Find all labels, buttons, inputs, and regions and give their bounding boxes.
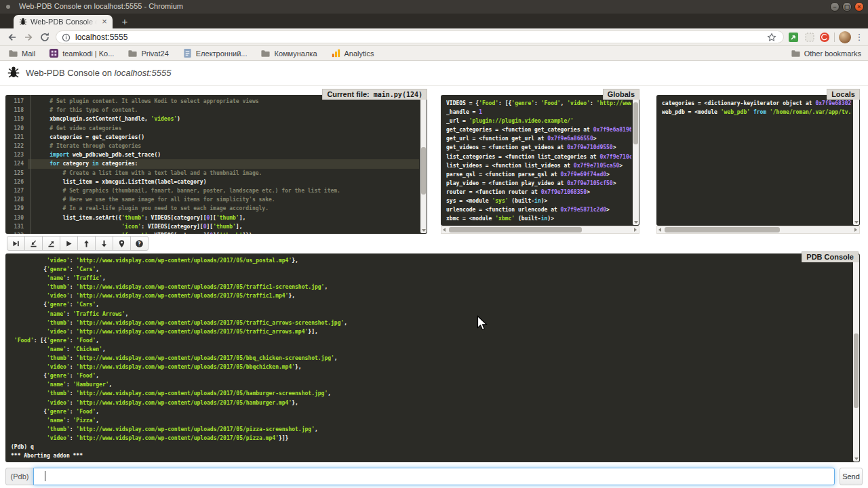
globals-scroll-thumb[interactable]: [633, 102, 638, 144]
console-scroll-thumb[interactable]: [854, 333, 859, 408]
line-number: 122: [5, 142, 28, 150]
bookmark-item-4[interactable]: Електронний...: [182, 48, 248, 58]
reload-icon[interactable]: [39, 32, 50, 43]
scroll-right-arrow[interactable]: [632, 226, 639, 233]
output-line: 'name': 'Hamburger',: [11, 380, 850, 389]
scroll-down-arrow[interactable]: [853, 455, 859, 462]
return-button[interactable]: [42, 236, 60, 251]
output-line: 'thumb': 'http://www.vidsplay.com/wp-con…: [11, 425, 850, 434]
browser-menu-icon[interactable]: ⋮: [854, 31, 864, 43]
continue-button[interactable]: [60, 236, 78, 251]
output-line: {'genre': 'Cars',: [11, 265, 850, 274]
other-bookmarks-button[interactable]: Other bookmarks: [791, 48, 861, 58]
mouse-cursor: [477, 315, 488, 331]
output-line: xbmc = <module 'xbmc' (built-in)>: [446, 214, 631, 223]
line-number: 124: [5, 159, 28, 168]
red-circle-extension-icon[interactable]: [819, 32, 830, 43]
pdb-command-input[interactable]: [33, 468, 835, 485]
address-bar[interactable]: localhost:5555: [56, 30, 784, 43]
scroll-down-arrow[interactable]: [853, 219, 859, 225]
output-line: 'thumb': 'http://www.vidsplay.com/wp-con…: [11, 283, 850, 291]
code-vertical-scrollbar[interactable]: [420, 96, 427, 233]
help-icon: ?: [135, 239, 144, 248]
line-code: list_item = xbmcgui.ListItem(label=categ…: [28, 178, 419, 186]
output-line: get_categories = <function get_categorie…: [446, 125, 631, 134]
minimize-icon: –: [831, 3, 839, 11]
locals-vertical-scrollbar[interactable]: [853, 96, 859, 225]
globals-panel: Globals VIDEOS = {'Food': [{'genre': 'Fo…: [441, 89, 639, 234]
locals-hscroll-thumb[interactable]: [665, 227, 780, 232]
bookmark-item-5[interactable]: Коммуналка: [260, 48, 317, 58]
scroll-down-arrow[interactable]: [633, 219, 639, 225]
bookmark-item-2[interactable]: teamkodi | Ko...: [49, 48, 114, 58]
output-line: 'name': 'Traffic Arrows',: [11, 310, 850, 319]
bookmark-item-6[interactable]: Analytics: [331, 48, 374, 58]
scroll-left-arrow[interactable]: [657, 226, 664, 233]
green-arrow-extension-icon[interactable]: [788, 32, 799, 43]
maximize-icon: ▢: [843, 3, 851, 11]
folder-icon: [791, 48, 801, 58]
send-button[interactable]: Send: [840, 468, 863, 485]
profile-avatar[interactable]: [839, 31, 851, 43]
line-number: 126: [5, 178, 28, 186]
output-line: 'video': 'http://www.vidsplay.com/wp-con…: [11, 399, 850, 407]
scroll-down-arrow[interactable]: [420, 227, 427, 233]
scroll-right-arrow[interactable]: [852, 226, 859, 233]
forward-icon[interactable]: [23, 32, 34, 43]
bookmark-item-1[interactable]: Mail: [8, 48, 35, 58]
screen: { "window": { "title": "Web-PDB Console …: [0, 0, 868, 488]
svg-text:?: ?: [138, 241, 140, 247]
globals-horizontal-scrollbar[interactable]: [441, 226, 639, 234]
output-line: {'genre': 'Food',: [11, 371, 850, 380]
disabled-extension-icon[interactable]: [804, 32, 815, 43]
line-code: 'fanart': VIDEOS[category][0]['thumb']}): [28, 231, 419, 234]
back-icon[interactable]: [7, 32, 18, 43]
current-file-label: Current file: main.py(124): [322, 89, 427, 100]
scroll-left-arrow[interactable]: [441, 226, 448, 233]
code-view: 117 # Set plugin content. It allows Kodi…: [5, 95, 427, 234]
bookmark-label: teamkodi | Ko...: [62, 49, 114, 58]
help-button[interactable]: ?: [130, 236, 149, 251]
code-scroll-thumb[interactable]: [421, 147, 426, 195]
analytics-icon: [331, 48, 341, 58]
bookmark-label: Електронний...: [196, 49, 248, 58]
where-button[interactable]: [113, 236, 131, 251]
code-line-132: 132 'fanart': VIDEOS[category][0]['thumb…: [5, 231, 419, 234]
bookmark-star-icon[interactable]: [767, 33, 776, 42]
output-line: 'Food': [{'genre': 'Food',: [11, 336, 850, 345]
site-info-icon[interactable]: [62, 33, 71, 41]
minimize-button[interactable]: –: [830, 2, 840, 12]
output-line: 'name': 'Pizza',: [11, 416, 850, 425]
globals-hscroll-thumb[interactable]: [449, 227, 582, 232]
tab-close-icon[interactable]: ×: [99, 16, 110, 27]
output-line: *** Aborting addon ***: [11, 451, 850, 460]
output-line: 'video': 'http://www.vidsplay.com/wp-con…: [11, 434, 850, 443]
maximize-button[interactable]: ▢: [842, 2, 852, 12]
console-lines: 'video': 'http://www.vidsplay.com/wp-con…: [11, 256, 850, 460]
locals-horizontal-scrollbar[interactable]: [656, 226, 860, 234]
next-button[interactable]: [7, 236, 25, 251]
globals-vertical-scrollbar[interactable]: [633, 96, 639, 225]
tab-webpdb[interactable]: Web-PDB Console on loc ×: [14, 15, 113, 28]
up-button[interactable]: [77, 236, 96, 251]
output-line: list_videos = <function list_videos at 0…: [446, 161, 631, 170]
down-icon: [100, 239, 108, 248]
continue-icon: [64, 239, 73, 248]
page-title: Web-PDB Console on localhost:5555: [26, 68, 171, 78]
output-line: sys = <module 'sys' (built-in)>: [446, 197, 631, 205]
up-icon: [82, 239, 91, 248]
pdb-prompt-label: (Pdb): [5, 468, 34, 485]
down-button[interactable]: [95, 236, 113, 251]
bookmark-item-3[interactable]: Privat24: [127, 48, 168, 58]
close-button[interactable]: ×: [854, 2, 864, 12]
console-vertical-scrollbar[interactable]: [853, 254, 859, 462]
window-title: Web-PDB Console on localhost:5555 - Chro…: [19, 2, 183, 10]
output-line: 'video': 'http://www.vidsplay.com/wp-con…: [11, 327, 850, 336]
output-line: (Pdb) q: [11, 443, 850, 451]
close-icon: ×: [855, 3, 863, 11]
line-number: 128: [5, 195, 28, 204]
step-button[interactable]: [24, 236, 43, 251]
step-icon: [29, 239, 38, 248]
line-number: 118: [5, 106, 28, 115]
new-tab-button[interactable]: +: [119, 16, 130, 27]
